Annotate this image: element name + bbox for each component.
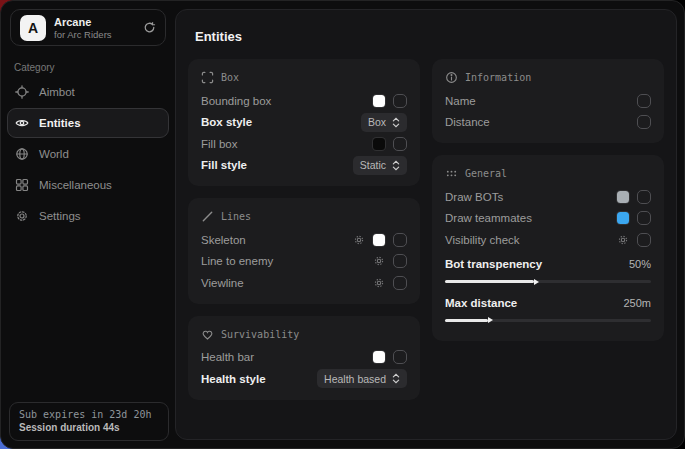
- slider-value: 50%: [629, 258, 651, 270]
- max-distance-slider[interactable]: [445, 319, 651, 322]
- refresh-icon[interactable]: [143, 21, 156, 34]
- chevrons-up-down-icon: [392, 117, 400, 128]
- main-content: Entities Box Bounding box: [175, 9, 677, 440]
- box-panel: Box Bounding box Box style Box: [188, 59, 420, 186]
- grid-icon: [15, 178, 29, 192]
- general-panel: General Draw BOTs Draw teammates: [432, 155, 664, 341]
- session-duration-text: Session duration 44s: [19, 422, 159, 433]
- right-column: Information Name Distance: [432, 59, 664, 400]
- panel-title: Survivability: [221, 329, 299, 340]
- app-logo: A: [20, 15, 46, 41]
- settings-cog-icon[interactable]: [373, 277, 385, 289]
- color-swatch[interactable]: [617, 191, 629, 203]
- sidebar-item-miscellaneous[interactable]: Miscellaneous: [7, 170, 169, 200]
- setting-row-health-style: Health style Health based: [201, 368, 407, 390]
- gear-icon: [15, 209, 29, 223]
- sidebar-item-label: Aimbot: [39, 86, 75, 98]
- bounding-box-checkbox[interactable]: [393, 94, 407, 108]
- sidebar-item-world[interactable]: World: [7, 139, 169, 169]
- color-swatch[interactable]: [617, 212, 629, 224]
- setting-label: Bot transpenency: [445, 258, 542, 270]
- setting-row-fill-style: Fill style Static: [201, 155, 407, 177]
- bot-transparency-group: Bot transpenency 50%: [445, 254, 651, 284]
- skeleton-checkbox[interactable]: [393, 233, 407, 247]
- panel-title: Lines: [221, 211, 251, 222]
- line-icon: [201, 210, 214, 223]
- setting-label: Skeleton: [201, 234, 246, 246]
- logo-letter: A: [28, 20, 38, 36]
- setting-row-box-style: Box style Box: [201, 112, 407, 134]
- bot-transparency-slider[interactable]: [445, 280, 651, 283]
- setting-row-draw-bots: Draw BOTs: [445, 186, 651, 208]
- dropdown-value: Health based: [324, 373, 386, 385]
- sub-expiry-text: Sub expires in 23d 20h: [19, 409, 159, 420]
- sidebar: A Arcane for Arc Riders Category Aimbot: [1, 1, 175, 448]
- slider-fill: [445, 319, 488, 322]
- sidebar-item-aimbot[interactable]: Aimbot: [7, 77, 169, 107]
- draw-bots-checkbox[interactable]: [637, 190, 651, 204]
- app-window: A Arcane for Arc Riders Category Aimbot: [0, 0, 685, 449]
- color-swatch[interactable]: [373, 234, 385, 246]
- box-style-dropdown[interactable]: Box: [361, 113, 407, 132]
- brand-card: A Arcane for Arc Riders: [10, 9, 166, 46]
- page-title: Entities: [195, 29, 664, 44]
- setting-label: Draw teammates: [445, 212, 532, 224]
- setting-label: Health bar: [201, 351, 254, 363]
- sidebar-item-entities[interactable]: Entities: [7, 108, 169, 138]
- sidebar-item-label: World: [39, 148, 69, 160]
- max-distance-group: Max distance 250m: [445, 292, 651, 322]
- fill-box-checkbox[interactable]: [393, 137, 407, 151]
- app-subtitle: for Arc Riders: [54, 29, 135, 40]
- chevrons-up-down-icon: [392, 373, 400, 384]
- setting-row-bounding-box: Bounding box: [201, 90, 407, 112]
- subscription-card: Sub expires in 23d 20h Session duration …: [9, 402, 169, 441]
- setting-row-fill-box: Fill box: [201, 133, 407, 155]
- distance-checkbox[interactable]: [637, 115, 651, 129]
- setting-label: Fill style: [201, 159, 247, 171]
- health-style-dropdown[interactable]: Health based: [317, 369, 407, 388]
- health-bar-checkbox[interactable]: [393, 350, 407, 364]
- setting-label: Viewline: [201, 277, 244, 289]
- info-icon: [445, 71, 458, 84]
- brand-text: Arcane for Arc Riders: [54, 16, 135, 40]
- sidebar-item-label: Miscellaneous: [39, 179, 112, 191]
- globe-icon: [15, 147, 29, 161]
- panel-title: Information: [465, 72, 531, 83]
- viewline-checkbox[interactable]: [393, 276, 407, 290]
- setting-row-health-bar: Health bar: [201, 347, 407, 369]
- settings-cog-icon[interactable]: [373, 255, 385, 267]
- category-label: Category: [14, 62, 175, 73]
- visibility-check-checkbox[interactable]: [637, 233, 651, 247]
- draw-teammates-checkbox[interactable]: [637, 211, 651, 225]
- color-swatch[interactable]: [373, 138, 385, 150]
- dropdown-value: Box: [368, 116, 386, 128]
- setting-label: Max distance: [445, 297, 517, 309]
- settings-cog-icon[interactable]: [617, 234, 629, 246]
- setting-row-viewline: Viewline: [201, 272, 407, 294]
- line-to-enemy-checkbox[interactable]: [393, 254, 407, 268]
- name-checkbox[interactable]: [637, 94, 651, 108]
- dropdown-value: Static: [360, 159, 386, 171]
- panel-title: Box: [221, 72, 239, 83]
- sidebar-item-settings[interactable]: Settings: [7, 201, 169, 231]
- eye-icon: [15, 116, 29, 130]
- information-panel: Information Name Distance: [432, 59, 664, 143]
- corners-icon: [201, 71, 214, 84]
- color-swatch[interactable]: [373, 351, 385, 363]
- slider-fill: [445, 280, 534, 283]
- heart-icon: [201, 328, 214, 341]
- setting-label: Box style: [201, 116, 252, 128]
- setting-label: Health style: [201, 373, 266, 385]
- settings-cog-icon[interactable]: [353, 234, 365, 246]
- fill-style-dropdown[interactable]: Static: [353, 156, 407, 175]
- setting-row-line-to-enemy: Line to enemy: [201, 251, 407, 273]
- setting-label: Distance: [445, 116, 490, 128]
- crosshair-icon: [15, 85, 29, 99]
- sidebar-item-label: Entities: [39, 117, 81, 129]
- setting-row-distance: Distance: [445, 112, 651, 134]
- setting-row-draw-teammates: Draw teammates: [445, 208, 651, 230]
- color-swatch[interactable]: [373, 95, 385, 107]
- setting-label: Fill box: [201, 138, 237, 150]
- setting-label: Visibility check: [445, 234, 520, 246]
- setting-row-visibility-check: Visibility check: [445, 229, 651, 251]
